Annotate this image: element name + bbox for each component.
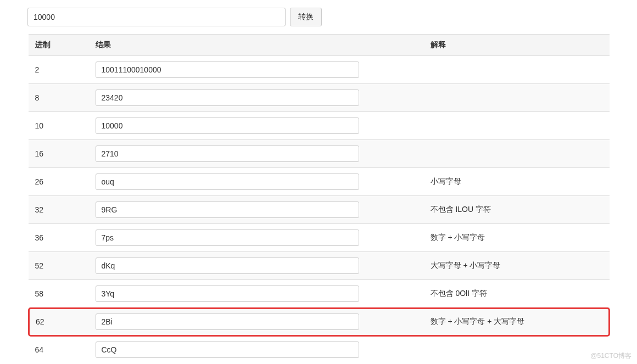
cell-base: 10 [29,112,89,140]
cell-base: 62 [29,308,89,336]
cell-result [89,84,424,112]
table-row: 52大写字母 + 小写字母 [29,252,610,280]
cell-result [89,224,424,252]
result-input[interactable] [96,61,359,78]
cell-base: 26 [29,168,89,196]
table-row: 62数字 + 小写字母 + 大写字母 [29,308,610,336]
cell-desc [424,84,610,112]
cell-base: 16 [29,140,89,168]
table-row: 16 [29,140,610,168]
result-input[interactable] [96,117,359,134]
table-row: 32不包含 ILOU 字符 [29,196,610,224]
cell-result [89,252,424,280]
result-input[interactable] [96,145,359,162]
result-input[interactable] [96,89,359,106]
cell-desc [424,112,610,140]
table-row: 8 [29,84,610,112]
result-input[interactable] [96,201,359,218]
cell-base: 58 [29,280,89,308]
header-base: 进制 [29,35,89,56]
cell-base: 52 [29,252,89,280]
table-row: 36数字 + 小写字母 [29,224,610,252]
table-row: 58不包含 0OlI 字符 [29,280,610,308]
table-row: 2 [29,56,610,84]
cell-base: 36 [29,224,89,252]
cell-desc: 小写字母 [424,168,610,196]
convert-button[interactable]: 转换 [290,8,322,26]
cell-desc: 不包含 0OlI 字符 [424,280,610,308]
cell-desc [424,140,610,168]
cell-result [89,308,424,336]
cell-desc: 大写字母 + 小写字母 [424,252,610,280]
cell-desc: 数字 + 小写字母 [424,224,610,252]
conversion-table: 进制 结果 解释 28101626小写字母32不包含 ILOU 字符36数字 +… [27,34,610,363]
cell-base: 64 [29,336,89,364]
result-input[interactable] [96,313,359,330]
cell-desc [424,56,610,84]
cell-result [89,112,424,140]
cell-result [89,168,424,196]
cell-desc: 数字 + 小写字母 + 大写字母 [424,308,610,336]
cell-base: 32 [29,196,89,224]
cell-desc [424,336,610,364]
cell-result [89,196,424,224]
result-input[interactable] [96,285,359,302]
cell-result [89,336,424,364]
number-input[interactable] [27,8,286,26]
cell-base: 8 [29,84,89,112]
header-desc: 解释 [424,35,610,56]
watermark: @51CTO博客 [590,351,632,361]
result-input[interactable] [96,173,359,190]
cell-result [89,56,424,84]
result-input[interactable] [96,229,359,246]
result-input[interactable] [96,341,359,358]
cell-desc: 不包含 ILOU 字符 [424,196,610,224]
result-input[interactable] [96,257,359,274]
cell-result [89,140,424,168]
table-row: 26小写字母 [29,168,610,196]
header-result: 结果 [89,35,424,56]
table-row: 64 [29,336,610,364]
cell-base: 2 [29,56,89,84]
table-row: 10 [29,112,610,140]
cell-result [89,280,424,308]
